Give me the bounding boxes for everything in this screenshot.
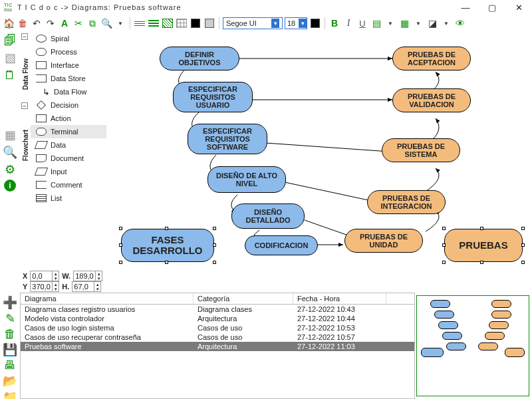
node-pruebas[interactable]: PRUEBAS — [444, 229, 523, 262]
separator — [219, 17, 219, 29]
node-fases-desarrollo[interactable]: FASES DESARROLLO — [121, 229, 214, 262]
close-button[interactable]: ✕ — [505, 0, 532, 15]
fill-grid-icon[interactable] — [176, 17, 188, 29]
dropdown4-icon[interactable]: ▼ — [440, 17, 452, 29]
shape-process[interactable]: Process — [31, 45, 106, 59]
font-size-select[interactable]: 18 ▾ — [285, 17, 307, 29]
diagrams-table[interactable]: Diagrama Categoría Fecha - Hora Diagrama… — [20, 293, 415, 399]
undo-icon[interactable]: ↶ — [31, 17, 43, 29]
col-fecha[interactable]: Fecha - Hora — [293, 293, 386, 304]
shape-input[interactable]: Input — [31, 165, 106, 178]
shape-action[interactable]: Action — [31, 112, 106, 125]
shape-interface[interactable]: Interface — [31, 59, 106, 72]
table-row[interactable]: Diagrama clases registro usuarios Diagra… — [21, 305, 414, 314]
window-title: T I C d o c -> Diagrams: Pruebas softwar… — [17, 3, 182, 11]
node-pruebas-validacion[interactable]: PRUEBAS DE VALIDACION — [392, 88, 471, 112]
node-pruebas-integracion[interactable]: PRUEBAS DE INTEGRACION — [367, 190, 446, 214]
table-row[interactable]: Casos de uso login sistema Casos de uso … — [21, 323, 414, 332]
node-diseno-alto-nivel[interactable]: DISEÑO DE ALTO NIVEL — [207, 166, 286, 193]
text-tool-icon[interactable]: A — [59, 17, 70, 29]
table-row[interactable]: Modelo vista controlador Arquitectura 27… — [21, 314, 414, 323]
collapse-toggle2[interactable]: – — [21, 102, 28, 109]
search-icon[interactable]: 🔍 — [3, 145, 17, 160]
font-family-value: Segoe UI — [226, 19, 257, 27]
table-icon[interactable]: ▦ — [398, 17, 410, 29]
settings-icon[interactable]: ⚙ — [3, 162, 17, 177]
save-icon[interactable]: 💾 — [3, 342, 17, 357]
open-icon[interactable]: 📂 — [3, 374, 17, 388]
color-black-swatch[interactable] — [190, 17, 201, 29]
dropdown3-icon[interactable]: ▼ — [412, 17, 424, 29]
separator — [325, 17, 325, 29]
print-icon[interactable]: 🖶 — [3, 358, 17, 372]
group-label-dataflow: Data Flow — [22, 59, 29, 90]
left-icon-bar: 🗐 ▧ 🗒 ▦ 🔍 ⚙ i — [0, 32, 20, 270]
home-icon[interactable]: 🏠 — [3, 17, 15, 29]
collapse-toggle[interactable]: – — [21, 33, 28, 40]
group-label-flowchart: Flowchart — [22, 130, 29, 161]
shape-terminal[interactable]: Terminal — [31, 125, 106, 138]
diagram-canvas[interactable]: DEFINIR OBJETIVOS ESPECIFICAR REQUISITOS… — [106, 32, 532, 270]
shape-data[interactable]: Data — [31, 138, 106, 152]
minimize-button[interactable]: — — [452, 0, 479, 15]
node-especificar-req-usuario[interactable]: ESPECIFICAR REQUISITOS USUARIO — [173, 82, 253, 112]
textbox1-icon[interactable]: ▤ — [370, 17, 382, 29]
col-diagrama[interactable]: Diagrama — [21, 293, 194, 304]
shape-spiral[interactable]: Spiral — [31, 32, 106, 45]
shape-decision[interactable]: Decision — [31, 98, 106, 112]
table-row-selected[interactable]: Pruebas software Arquitectura 27-12-2022… — [21, 342, 414, 351]
underline-button[interactable]: U — [356, 17, 368, 29]
table-row[interactable]: Casos de uso recuperar contraseña Casos … — [21, 332, 414, 342]
col-categoria[interactable]: Categoría — [194, 293, 293, 304]
chevron-down-icon: ▾ — [299, 19, 307, 28]
x-input[interactable]: 0,0 ▴▾ — [30, 271, 59, 281]
align-lines-icon[interactable] — [134, 17, 146, 29]
shape-datastore[interactable]: Data Store — [31, 72, 106, 85]
w-input[interactable]: 189,0 ▴▾ — [73, 271, 102, 281]
eye-icon[interactable]: 👁 — [454, 17, 466, 29]
diagram-thumbnail[interactable] — [416, 295, 529, 396]
fill-hatch-icon[interactable] — [162, 17, 174, 29]
grid-icon[interactable]: ▦ — [3, 128, 17, 142]
bold-button[interactable]: B — [329, 17, 340, 29]
add-icon[interactable]: ➕ — [3, 295, 17, 310]
maximize-button[interactable]: ▢ — [479, 0, 505, 15]
color-black2-swatch[interactable] — [309, 17, 321, 29]
node-diseno-detallado[interactable]: DISEÑO DETALLADO — [231, 203, 305, 229]
shape-dataflow[interactable]: ↳ Data Flow — [31, 85, 106, 98]
redo-icon[interactable]: ↷ — [45, 17, 57, 29]
separator — [130, 17, 130, 29]
node-pruebas-sistema[interactable]: PRUEBAS DE SISTEMA — [382, 138, 460, 162]
align-thick-icon[interactable] — [148, 17, 160, 29]
cut-icon[interactable]: ✂ — [72, 17, 84, 29]
layer-up-icon[interactable]: ◪ — [426, 17, 438, 29]
node-codificacion[interactable]: CODIFICACION — [245, 235, 318, 255]
node-pruebas-unidad[interactable]: PRUEBAS DE UNIDAD — [344, 229, 423, 253]
font-size-value: 18 — [287, 19, 295, 27]
font-family-select[interactable]: Segoe UI ▾ — [223, 17, 283, 29]
notes-icon[interactable]: 🗒 — [3, 68, 17, 82]
info-icon[interactable]: i — [4, 180, 16, 192]
pages-icon[interactable]: 🗐 — [3, 33, 17, 48]
copy-icon[interactable]: ⧉ — [86, 17, 98, 29]
layout-icon[interactable]: ▧ — [3, 51, 17, 65]
node-pruebas-aceptacion[interactable]: PRUEBAS DE ACEPTACION — [392, 47, 471, 70]
shape-list[interactable]: List — [31, 192, 106, 205]
dropdown-icon[interactable]: ▼ — [114, 17, 126, 29]
dropdown2-icon[interactable]: ▼ — [384, 17, 396, 29]
node-especificar-req-software[interactable]: ESPECIFICAR REQUISITOS SOFTWARE — [188, 124, 267, 154]
shape-comment[interactable]: Comment — [31, 178, 106, 192]
node-definir-objetivos[interactable]: DEFINIR OBJETIVOS — [160, 47, 239, 70]
italic-button[interactable]: I — [342, 17, 354, 29]
trash-icon[interactable]: 🗑 — [17, 17, 29, 29]
zoom-icon[interactable]: 🔍 — [100, 17, 112, 29]
shapes-palette: Data Flow Flowchart – Spiral Process Int… — [20, 32, 106, 270]
app-icon: TICdoc — [4, 3, 17, 12]
shape-document[interactable]: Document — [31, 152, 106, 165]
color-grey-swatch[interactable] — [203, 17, 215, 29]
export-icon[interactable]: 📁 — [3, 390, 17, 399]
h-input[interactable]: 67,0 ▴▾ — [72, 281, 101, 292]
y-input[interactable]: 370,0 ▴▾ — [30, 281, 59, 292]
edit-icon[interactable]: ✎ — [3, 311, 17, 326]
delete-icon[interactable]: 🗑 — [3, 327, 17, 341]
